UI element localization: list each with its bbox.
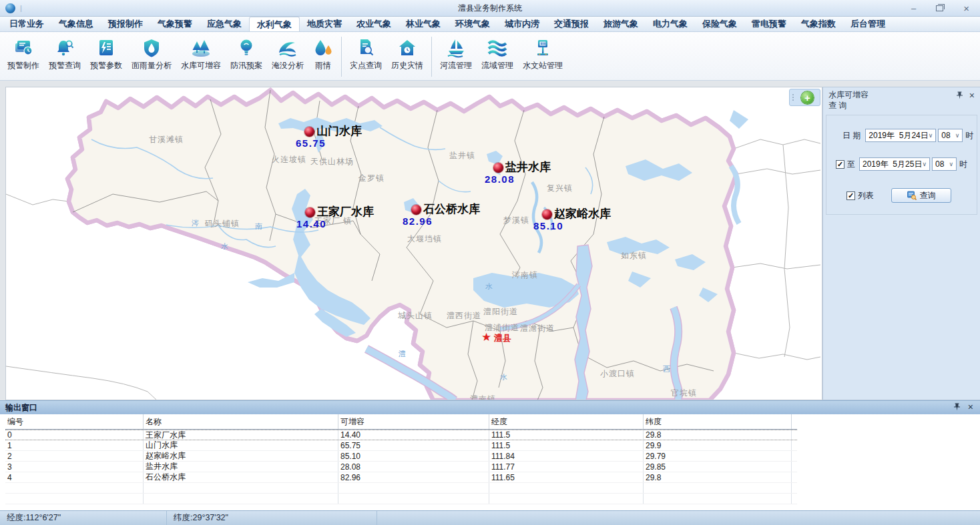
table-cell: 29.85 (644, 462, 792, 472)
to-date-checkbox[interactable]: ✓ (836, 160, 844, 169)
start-hour-select[interactable]: 08 ∨ (938, 129, 963, 142)
output-table: 编号名称可增容经度纬度0王家厂水库14.40111.529.81山门水库65.7… (0, 414, 980, 510)
table-cell: 2 (5, 451, 144, 461)
table-header-cell[interactable]: 可增容 (338, 414, 489, 429)
toolbar-item[interactable]: 水库可增容 (176, 35, 226, 71)
reservoir-marker[interactable] (411, 205, 421, 215)
menu-item[interactable]: 预报制作 (101, 17, 150, 31)
output-window: 输出窗口 × 编号名称可增容经度纬度0王家厂水库14.40111.529.81山… (0, 400, 980, 510)
toolbar-item[interactable]: 面雨量分析 (127, 35, 176, 71)
zoom-in-icon[interactable]: + (801, 91, 814, 104)
table-cell: 82.96 (338, 472, 489, 482)
reservoir-marker[interactable] (493, 163, 503, 173)
toolbar-item-label: 水文站管理 (523, 60, 563, 71)
toolbar-item-label: 流域管理 (481, 60, 513, 71)
menu-item[interactable]: 环境气象 (448, 17, 497, 31)
toolbar-item[interactable]: 预警查询 (44, 35, 85, 71)
end-hour-select[interactable]: 08 ∨ (932, 157, 957, 171)
hour-suffix: 时 (965, 130, 973, 141)
table-cell: 3 (5, 462, 144, 472)
chevron-down-icon: ∨ (922, 161, 928, 167)
menu-item[interactable]: 气象指数 (794, 17, 843, 31)
rain-analysis-icon (141, 35, 162, 60)
app-window: | 澧县业务制作系统 – × 日常业务气象信息预报制作气象预警应急气象水利气象地… (0, 0, 980, 525)
table-header-cell[interactable]: 纬度 (644, 414, 792, 429)
table-cell: 赵家峪水库 (144, 451, 338, 461)
end-date-select[interactable]: 2019年 5月25日 ∨ (859, 157, 930, 171)
output-close-icon[interactable]: × (968, 402, 973, 412)
reservoir-marker[interactable] (304, 127, 314, 137)
chevron-down-icon: ∨ (949, 161, 955, 167)
toolbar-separator (341, 37, 342, 77)
toolbar-item[interactable]: 预警参数 (85, 35, 127, 71)
menu-item[interactable]: 气象信息 (51, 17, 101, 31)
pin-icon[interactable] (954, 403, 960, 411)
menu-item[interactable]: 交通预报 (547, 17, 596, 31)
table-header-row: 编号名称可增容经度纬度 (5, 414, 797, 430)
table-row[interactable]: 2赵家峪水库85.10111.8429.79 (5, 451, 797, 462)
map-canvas[interactable]: 甘溪滩镇火连坡镇天供山林场金罗镇码头铺镇王家厂 镇盐井镇复兴镇梦溪镇大堰垱镇如东… (5, 87, 822, 400)
table-empty-row (5, 494, 797, 504)
table-header-cell[interactable]: 经度 (489, 414, 644, 429)
table-cell: 111.84 (489, 451, 644, 461)
menu-item[interactable]: 城市内涝 (497, 17, 547, 31)
reservoir-marker[interactable] (305, 207, 315, 217)
reservoir-query-panel: 水库可增容 查 询 × 日 期 2019年 5月24日 ∨ 08 ∨ (822, 87, 980, 400)
table-cell: 85.10 (338, 451, 489, 461)
table-row[interactable]: 0王家厂水库14.40111.529.8 (5, 430, 797, 440)
toolbar-item[interactable]: 雨情 (308, 35, 338, 71)
map-zoom-control[interactable]: + (789, 89, 820, 106)
toolbar-item[interactable]: 预警制作 (3, 35, 44, 71)
table-row[interactable]: 1山门水库65.75111.529.9 (5, 440, 797, 451)
reservoir-capacity-icon (190, 35, 212, 60)
menu-item[interactable]: 电力气象 (646, 17, 695, 31)
toolbar-item[interactable]: 历史灾情 (387, 35, 428, 71)
county-map (6, 87, 820, 400)
menu-item[interactable]: 旅游气象 (596, 17, 646, 31)
minimize-icon[interactable]: – (911, 4, 916, 13)
flood-plan-icon (236, 35, 257, 60)
menu-item[interactable]: 水利气象 (249, 17, 300, 31)
table-row[interactable]: 3盐井水库28.08111.7729.85 (5, 462, 797, 472)
menu-item[interactable]: 林业气象 (399, 17, 448, 31)
status-bar: 经度:112°6'27" 纬度:29°37'32" (0, 510, 980, 525)
toolbar-item[interactable]: 灾点查询 (345, 35, 387, 71)
table-row[interactable]: 4石公桥水库82.96111.6529.8 (5, 472, 797, 483)
menu-item[interactable]: 地质灾害 (300, 17, 349, 31)
title-bar: | 澧县业务制作系统 – × (0, 0, 980, 17)
alert-params-icon (95, 35, 117, 60)
menu-item[interactable]: 日常业务 (2, 17, 51, 31)
reservoir-marker[interactable] (542, 209, 552, 219)
query-button[interactable]: 查询 (891, 188, 951, 203)
submerge-analysis-icon (276, 35, 299, 60)
toolbar-item-label: 灾点查询 (350, 60, 382, 71)
panel-close-icon[interactable]: × (969, 91, 975, 100)
chevron-down-icon: ∨ (929, 132, 935, 139)
start-date-select[interactable]: 2019年 5月24日 ∨ (865, 129, 936, 142)
toolbar-item[interactable]: 水文站管理 (518, 35, 567, 71)
menu-item[interactable]: 气象预警 (150, 17, 200, 31)
close-icon[interactable]: × (963, 3, 969, 13)
list-checkbox[interactable]: ✓ (846, 191, 855, 200)
toolbar-item-label: 历史灾情 (391, 60, 423, 71)
status-longitude: 经度:112°6'27" (0, 511, 167, 525)
table-empty-row (5, 483, 797, 494)
table-header-cell[interactable]: 编号 (5, 414, 144, 429)
table-cell: 29.9 (644, 440, 792, 450)
toolbar-item[interactable]: 流域管理 (477, 35, 518, 71)
menu-item[interactable]: 保险气象 (695, 17, 744, 31)
table-cell: 65.75 (338, 440, 489, 450)
pin-icon[interactable] (957, 91, 963, 99)
toolbar-item[interactable]: 河流管理 (435, 35, 477, 71)
toolbar-item[interactable]: 防汛预案 (226, 35, 267, 71)
table-header-cell[interactable]: 名称 (144, 414, 338, 429)
restore-icon[interactable] (936, 5, 943, 11)
menu-item[interactable]: 农业气象 (349, 17, 399, 31)
menu-item[interactable]: 后台管理 (843, 17, 893, 31)
menu-item[interactable]: 雷电预警 (744, 17, 794, 31)
toolbar-item[interactable]: 淹没分析 (267, 35, 308, 71)
menu-item[interactable]: 应急气象 (200, 17, 249, 31)
to-label: 至 (847, 159, 855, 170)
table-cell: 盐井水库 (144, 462, 338, 472)
drag-handle-icon (792, 94, 798, 101)
